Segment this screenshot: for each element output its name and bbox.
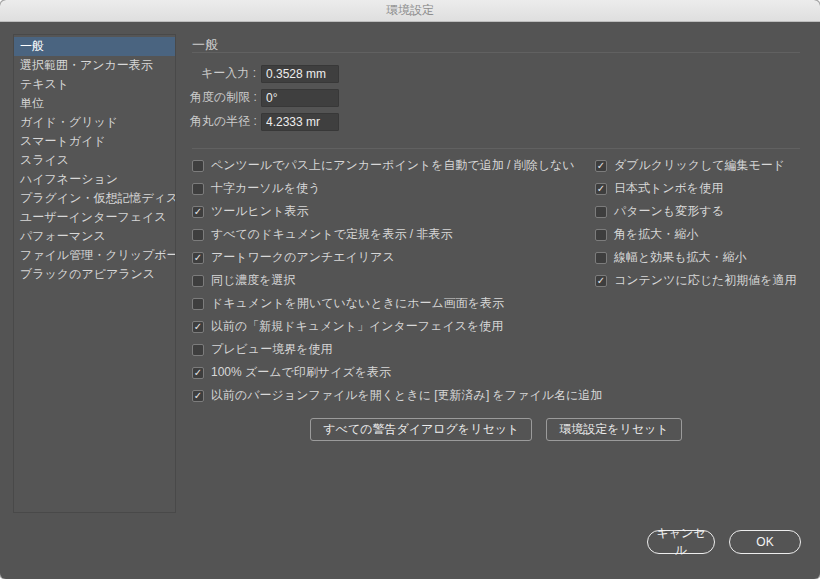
- checkbox-label: 線幅と効果も拡大・縮小: [614, 249, 747, 266]
- sidebar-item-selection-anchor[interactable]: 選択範囲・アンカー表示: [14, 56, 175, 75]
- reset-all-warning-dialogs-button[interactable]: すべての警告ダイアログをリセット: [310, 418, 532, 441]
- sidebar-item-file-handling-clipboard[interactable]: ファイル管理・クリップボード: [14, 246, 175, 265]
- sidebar-item-text[interactable]: テキスト: [14, 75, 175, 94]
- checkbox-icon[interactable]: [192, 344, 204, 356]
- checkbox-row-anti-aliased-artwork[interactable]: ✓ アートワークのアンチエイリアス: [192, 250, 602, 265]
- checkbox-row-legacy-new-document[interactable]: ✓ 以前の「新規ドキュメント」インターフェイスを使用: [192, 319, 602, 334]
- corner-radius-row: 角丸の半径 :: [190, 112, 339, 131]
- window-title: 環境設定: [386, 2, 434, 19]
- checkbox-label: プレビュー境界を使用: [211, 341, 332, 358]
- checkbox-row-append-converted-to-filename[interactable]: ✓ 以前のバージョンファイルを開くときに [更新済み] をファイル名に追加: [192, 388, 602, 403]
- checkbox-label: ペンツールでパス上にアンカーポイントを自動で追加 / 削除しない: [211, 157, 575, 174]
- checkbox-label: ドキュメントを開いていないときにホーム画面を表示: [211, 295, 504, 312]
- checkbox-icon[interactable]: ✓: [192, 206, 204, 218]
- checkbox-icon[interactable]: ✓: [192, 321, 204, 333]
- checkbox-icon[interactable]: [192, 275, 204, 287]
- header-divider: [192, 52, 800, 53]
- checkbox-row-content-aware-defaults[interactable]: ✓ コンテンツに応じた初期値を適用: [595, 273, 797, 288]
- checkbox-label: 以前の「新規ドキュメント」インターフェイスを使用: [211, 318, 503, 335]
- checkbox-label: 十字カーソルを使う: [211, 180, 320, 197]
- key-increment-field[interactable]: [261, 65, 339, 83]
- sidebar-item-smart-guides[interactable]: スマートガイド: [14, 132, 175, 151]
- checkbox-column-right: ✓ ダブルクリックして編集モード ✓ 日本式トンボを使用 パターンも変形する 角…: [595, 158, 797, 296]
- preferences-dialog: 環境設定 一般 選択範囲・アンカー表示 テキスト 単位 ガイド・グリッド スマー…: [0, 0, 820, 579]
- checkbox-row-select-same-tint[interactable]: 同じ濃度を選択: [192, 273, 602, 288]
- sidebar-item-slices[interactable]: スライス: [14, 151, 175, 170]
- corner-radius-label: 角丸の半径 :: [190, 113, 256, 130]
- checkbox-row-preview-bounds[interactable]: プレビュー境界を使用: [192, 342, 602, 357]
- constrain-angle-label: 角度の制限 :: [190, 89, 256, 106]
- corner-radius-field[interactable]: [261, 113, 339, 131]
- checkbox-icon[interactable]: ✓: [192, 390, 204, 402]
- sidebar-item-appearance-of-black[interactable]: ブラックのアピアランス: [14, 265, 175, 284]
- checkbox-row-double-click-to-isolate[interactable]: ✓ ダブルクリックして編集モード: [595, 158, 797, 173]
- checkbox-row-transform-pattern-tiles[interactable]: パターンも変形する: [595, 204, 797, 219]
- checkbox-icon[interactable]: ✓: [595, 275, 607, 287]
- checkbox-row-show-hide-rulers[interactable]: すべてのドキュメントで定規を表示 / 非表示: [192, 227, 602, 242]
- key-increment-row: キー入力 :: [190, 64, 339, 83]
- checkbox-row-scale-corners[interactable]: 角を拡大・縮小: [595, 227, 797, 242]
- checkbox-icon[interactable]: [192, 183, 204, 195]
- constrain-angle-field[interactable]: [261, 89, 339, 107]
- reset-preferences-button[interactable]: 環境設定をリセット: [546, 418, 681, 441]
- key-increment-label: キー入力 :: [190, 65, 256, 82]
- checkbox-label: ツールヒント表示: [211, 203, 308, 220]
- sidebar-item-user-interface[interactable]: ユーザーインターフェイス: [14, 208, 175, 227]
- ok-button[interactable]: OK: [729, 530, 801, 554]
- sidebar-item-guides-grid[interactable]: ガイド・グリッド: [14, 113, 175, 132]
- checkbox-icon[interactable]: ✓: [595, 160, 607, 172]
- sidebar-item-plugins-scratch-disks[interactable]: プラグイン・仮想記憶ディスク: [14, 189, 175, 208]
- titlebar[interactable]: 環境設定: [0, 0, 820, 22]
- checkbox-icon[interactable]: [192, 160, 204, 172]
- checkbox-label: すべてのドキュメントで定規を表示 / 非表示: [211, 226, 452, 243]
- checkbox-label: 100% ズームで印刷サイズを表示: [211, 364, 391, 381]
- checkbox-row-japanese-crop-marks[interactable]: ✓ 日本式トンボを使用: [595, 181, 797, 196]
- checkbox-row-precise-cursors[interactable]: 十字カーソルを使う: [192, 181, 602, 196]
- preferences-category-list: 一般 選択範囲・アンカー表示 テキスト 単位 ガイド・グリッド スマートガイド …: [13, 34, 176, 513]
- checkbox-icon[interactable]: [192, 298, 204, 310]
- checkbox-icon[interactable]: [595, 206, 607, 218]
- checkbox-label: アートワークのアンチエイリアス: [211, 249, 395, 266]
- checkbox-row-pen-tool-auto-add-delete[interactable]: ペンツールでパス上にアンカーポイントを自動で追加 / 削除しない: [192, 158, 602, 173]
- checkbox-label: 同じ濃度を選択: [211, 272, 296, 289]
- checkbox-icon[interactable]: ✓: [192, 367, 204, 379]
- checkbox-label: ダブルクリックして編集モード: [614, 157, 785, 174]
- cancel-button[interactable]: キャンセル: [647, 530, 715, 554]
- sidebar-item-units[interactable]: 単位: [14, 94, 175, 113]
- checkbox-label: 日本式トンボを使用: [614, 180, 723, 197]
- checkbox-icon[interactable]: ✓: [595, 183, 607, 195]
- checkbox-icon[interactable]: [192, 229, 204, 241]
- section-divider: [192, 148, 800, 149]
- checkbox-icon[interactable]: [595, 229, 607, 241]
- constrain-angle-row: 角度の制限 :: [190, 88, 339, 107]
- checkbox-row-show-tool-tips[interactable]: ✓ ツールヒント表示: [192, 204, 602, 219]
- checkbox-row-scale-strokes-effects[interactable]: 線幅と効果も拡大・縮小: [595, 250, 797, 265]
- checkbox-label: 以前のバージョンファイルを開くときに [更新済み] をファイル名に追加: [211, 387, 602, 404]
- checkbox-icon[interactable]: [595, 252, 607, 264]
- reset-buttons-row: すべての警告ダイアログをリセット 環境設定をリセット: [192, 418, 800, 441]
- checkbox-icon[interactable]: ✓: [192, 252, 204, 264]
- sidebar-item-hyphenation[interactable]: ハイフネーション: [14, 170, 175, 189]
- checkbox-label: コンテンツに応じた初期値を適用: [614, 272, 797, 289]
- sidebar-item-performance[interactable]: パフォーマンス: [14, 227, 175, 246]
- checkbox-row-show-home-screen[interactable]: ドキュメントを開いていないときにホーム画面を表示: [192, 296, 602, 311]
- checkbox-row-print-size-at-100-zoom[interactable]: ✓ 100% ズームで印刷サイズを表示: [192, 365, 602, 380]
- sidebar-item-general[interactable]: 一般: [14, 37, 175, 56]
- checkbox-label: パターンも変形する: [614, 203, 724, 220]
- checkbox-column-left: ペンツールでパス上にアンカーポイントを自動で追加 / 削除しない 十字カーソルを…: [192, 158, 602, 411]
- checkbox-label: 角を拡大・縮小: [614, 226, 698, 243]
